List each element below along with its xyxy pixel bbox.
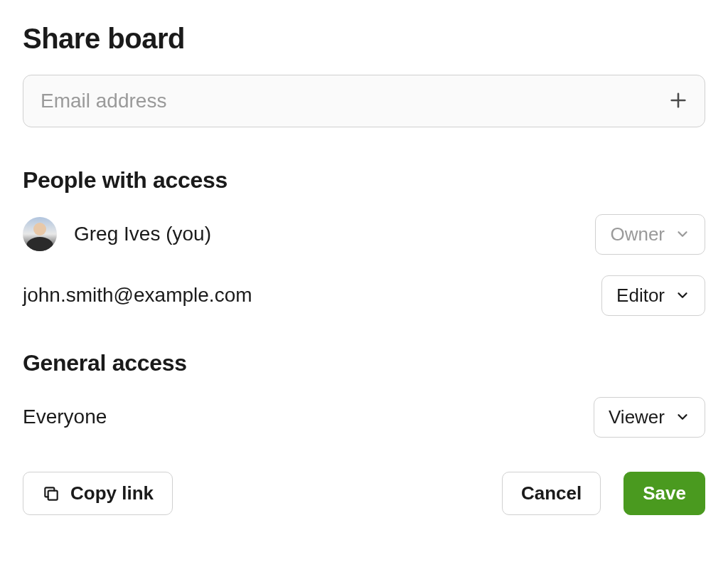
- save-label: Save: [643, 482, 686, 504]
- svg-rect-2: [48, 490, 58, 499]
- person-email: john.smith@example.com: [23, 284, 252, 307]
- role-label: Editor: [616, 285, 665, 307]
- add-person-button[interactable]: [665, 88, 691, 114]
- person-info: Greg Ives (you): [23, 217, 211, 251]
- general-access-label: Everyone: [23, 406, 107, 428]
- cancel-button[interactable]: Cancel: [502, 472, 601, 515]
- person-name: Greg Ives (you): [74, 223, 211, 245]
- email-input-wrapper: [23, 75, 705, 127]
- general-section-title: General access: [23, 350, 705, 376]
- general-access-row: Everyone Viewer: [23, 396, 705, 438]
- role-label: Owner: [610, 223, 665, 245]
- save-button[interactable]: Save: [623, 472, 705, 515]
- cancel-label: Cancel: [521, 482, 582, 504]
- copy-link-label: Copy link: [70, 482, 154, 504]
- person-row: Greg Ives (you) Owner: [23, 213, 705, 255]
- role-select-owner: Owner: [595, 214, 705, 255]
- role-select-editor[interactable]: Editor: [601, 275, 705, 316]
- role-label: Viewer: [609, 406, 665, 428]
- plus-icon: [668, 90, 688, 112]
- email-input[interactable]: [23, 75, 705, 127]
- dialog-title: Share board: [23, 23, 705, 55]
- chevron-down-icon: [675, 287, 690, 303]
- chevron-down-icon: [675, 226, 690, 242]
- copy-icon: [42, 485, 60, 503]
- dialog-footer: Copy link Cancel Save: [23, 472, 705, 515]
- copy-link-button[interactable]: Copy link: [23, 472, 173, 515]
- person-info: john.smith@example.com: [23, 284, 252, 307]
- role-select-viewer[interactable]: Viewer: [594, 397, 705, 438]
- people-section-title: People with access: [23, 167, 705, 194]
- person-row: john.smith@example.com Editor: [23, 275, 705, 316]
- avatar: [23, 217, 57, 251]
- chevron-down-icon: [675, 409, 690, 425]
